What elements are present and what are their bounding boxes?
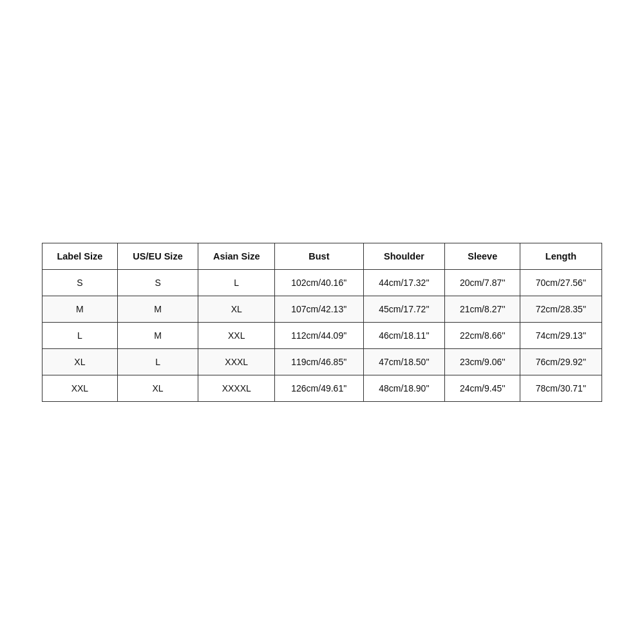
col-header-asian-size: Asian Size bbox=[198, 243, 275, 269]
cell-shoulder: 44cm/17.32'' bbox=[363, 269, 445, 296]
cell-label_size: M bbox=[43, 296, 118, 322]
cell-label_size: S bbox=[43, 269, 118, 296]
cell-bust: 119cm/46.85'' bbox=[275, 348, 363, 375]
col-header-length: Length bbox=[520, 243, 602, 269]
cell-bust: 102cm/40.16'' bbox=[275, 269, 363, 296]
cell-bust: 126cm/49.61'' bbox=[275, 375, 363, 401]
size-chart-table: Label Size US/EU Size Asian Size Bust Sh… bbox=[42, 243, 602, 402]
cell-shoulder: 47cm/18.50'' bbox=[363, 348, 445, 375]
cell-bust: 107cm/42.13'' bbox=[275, 296, 363, 322]
col-header-label-size: Label Size bbox=[43, 243, 118, 269]
cell-sleeve: 23cm/9.06'' bbox=[445, 348, 520, 375]
cell-length: 78cm/30.71'' bbox=[520, 375, 602, 401]
cell-length: 76cm/29.92'' bbox=[520, 348, 602, 375]
cell-sleeve: 22cm/8.66'' bbox=[445, 322, 520, 348]
cell-length: 74cm/29.13'' bbox=[520, 322, 602, 348]
table-row: LMXXL112cm/44.09''46cm/18.11''22cm/8.66'… bbox=[43, 322, 602, 348]
cell-sleeve: 24cm/9.45'' bbox=[445, 375, 520, 401]
table-row: XLLXXXL119cm/46.85''47cm/18.50''23cm/9.0… bbox=[43, 348, 602, 375]
col-header-us-eu-size: US/EU Size bbox=[117, 243, 198, 269]
cell-us_eu_size: M bbox=[117, 296, 198, 322]
cell-sleeve: 20cm/7.87'' bbox=[445, 269, 520, 296]
cell-sleeve: 21cm/8.27'' bbox=[445, 296, 520, 322]
cell-asian_size: XXL bbox=[198, 322, 275, 348]
cell-shoulder: 48cm/18.90'' bbox=[363, 375, 445, 401]
cell-label_size: XL bbox=[43, 348, 118, 375]
cell-label_size: XXL bbox=[43, 375, 118, 401]
col-header-shoulder: Shoulder bbox=[363, 243, 445, 269]
cell-asian_size: XXXXL bbox=[198, 375, 275, 401]
table-row: MMXL107cm/42.13''45cm/17.72''21cm/8.27''… bbox=[43, 296, 602, 322]
cell-label_size: L bbox=[43, 322, 118, 348]
cell-us_eu_size: M bbox=[117, 322, 198, 348]
table-header-row: Label Size US/EU Size Asian Size Bust Sh… bbox=[43, 243, 602, 269]
cell-asian_size: L bbox=[198, 269, 275, 296]
cell-asian_size: XL bbox=[198, 296, 275, 322]
table-row: SSL102cm/40.16''44cm/17.32''20cm/7.87''7… bbox=[43, 269, 602, 296]
cell-us_eu_size: XL bbox=[117, 375, 198, 401]
cell-bust: 112cm/44.09'' bbox=[275, 322, 363, 348]
col-header-sleeve: Sleeve bbox=[445, 243, 520, 269]
table-row: XXLXLXXXXL126cm/49.61''48cm/18.90''24cm/… bbox=[43, 375, 602, 401]
size-chart-container: Label Size US/EU Size Asian Size Bust Sh… bbox=[42, 243, 602, 402]
cell-length: 70cm/27.56'' bbox=[520, 269, 602, 296]
col-header-bust: Bust bbox=[275, 243, 363, 269]
cell-us_eu_size: L bbox=[117, 348, 198, 375]
cell-shoulder: 45cm/17.72'' bbox=[363, 296, 445, 322]
cell-length: 72cm/28.35'' bbox=[520, 296, 602, 322]
cell-shoulder: 46cm/18.11'' bbox=[363, 322, 445, 348]
cell-asian_size: XXXL bbox=[198, 348, 275, 375]
cell-us_eu_size: S bbox=[117, 269, 198, 296]
